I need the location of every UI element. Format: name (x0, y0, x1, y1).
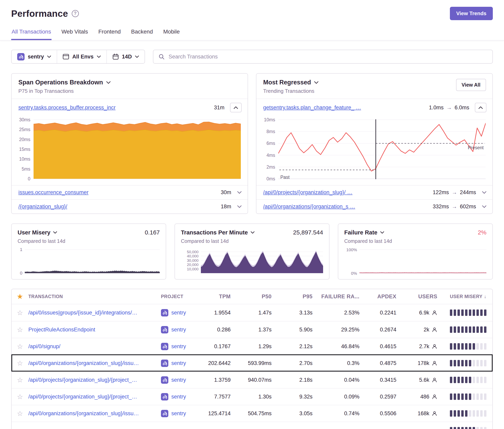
user-misery-cell (444, 326, 492, 333)
tab-frontend[interactable]: Frontend (98, 27, 121, 40)
most-regressed-title-dropdown[interactable]: Most Regressed (263, 79, 456, 86)
users-cell: 6.9k (404, 310, 444, 316)
column-header-users[interactable]: USERS (404, 294, 444, 300)
tab-all-transactions[interactable]: All Transactions (11, 27, 52, 40)
user-icon (432, 310, 437, 315)
view-trends-button[interactable]: View Trends (450, 7, 493, 20)
p95-cell: 2.70s (279, 360, 320, 366)
expand-button[interactable] (482, 205, 486, 208)
column-header-p50[interactable]: P50 (238, 294, 279, 300)
transaction-link[interactable]: getsentry.tasks.plan_change_feature_ … (263, 105, 429, 111)
transaction-link[interactable]: /api/0/projects/{organization_slug}/{pro… (28, 394, 161, 400)
starred-filter-icon[interactable]: ★ (17, 293, 23, 300)
failure-rate-title-dropdown[interactable]: Failure Rate (344, 229, 384, 236)
transaction-link[interactable]: /api/0/organizations/{organization_s … (263, 203, 433, 210)
expand-button[interactable] (482, 191, 486, 194)
user-misery-title-dropdown[interactable]: User Misery (18, 229, 57, 236)
tab-web-vitals[interactable]: Web Vitals (61, 27, 89, 40)
star-icon[interactable]: ☆ (17, 360, 23, 367)
star-icon[interactable]: ☆ (17, 309, 23, 316)
help-icon[interactable]: ? (72, 10, 79, 17)
chart-plot (201, 249, 323, 273)
span-operations-title-dropdown[interactable]: Span Operations Breakdown (18, 79, 241, 86)
project-link[interactable]: sentry (171, 327, 186, 333)
expand-button[interactable] (237, 191, 242, 194)
users-cell: 168k (404, 411, 444, 417)
tpm-cell: 125.4714 (204, 411, 238, 417)
p95-cell: 9.32s (279, 394, 320, 400)
user-misery-cell (444, 427, 492, 429)
project-link[interactable]: sentry (171, 343, 186, 350)
transaction-link[interactable]: /api/0/projects/{organization_slug}/ … (263, 189, 433, 196)
span-op-link[interactable]: issues.occurrence_consumer (18, 189, 221, 196)
apdex-cell: 0.3415 (367, 377, 404, 383)
tab-mobile[interactable]: Mobile (163, 27, 180, 40)
transaction-link[interactable]: /api/0/signup/ (28, 343, 161, 350)
column-header-tpm[interactable]: TPM (204, 294, 238, 300)
p95-cell: 3.13s (279, 310, 320, 316)
chevron-up-icon (478, 106, 483, 109)
date-range-selector[interactable]: 14D (107, 50, 145, 63)
column-header-apdex[interactable]: APDEX (367, 294, 404, 300)
tab-backend[interactable]: Backend (131, 27, 153, 40)
table-row: ☆ /api/0/organizations/{organization_slu… (12, 355, 492, 371)
failure-rate-cell: 2.53% (320, 310, 367, 316)
star-icon[interactable]: ☆ (17, 343, 23, 350)
span-op-link[interactable]: /{organization_slug}/ (18, 203, 221, 210)
column-header-transaction[interactable]: TRANSACTION (28, 294, 161, 299)
project-link[interactable]: sentry (171, 360, 186, 366)
user-misery-cell (444, 309, 492, 316)
transaction-link[interactable]: /api/0/organizations/{organization_slug}… (28, 411, 161, 417)
chevron-down-icon (97, 55, 101, 58)
column-header-project[interactable]: PROJECT (161, 294, 204, 299)
transaction-link[interactable]: ProjectRuleActionsEndpoint (28, 327, 161, 333)
collapse-button[interactable] (475, 103, 486, 112)
arrow-right-icon: → (452, 189, 457, 196)
span-op-link[interactable]: sentry.tasks.process_buffer.process_incr (18, 105, 214, 111)
transactions-table: ★ TRANSACTION PROJECT TPM P50 P95 FAILUR… (11, 289, 493, 429)
span-operations-header: Span Operations Breakdown P75 in Top Tra… (12, 74, 248, 99)
project-link[interactable]: sentry (171, 394, 186, 400)
mini-panels: User Misery 0.167 Compared to last 14d 1… (11, 223, 493, 280)
span-op-value: 30m (221, 189, 231, 196)
column-header-user-misery[interactable]: USER MISERY ↓ (444, 294, 492, 299)
project-link[interactable]: sentry (171, 411, 186, 417)
panel-title-label: Span Operations Breakdown (18, 79, 103, 86)
to-value: 602ms (460, 203, 476, 210)
project-link[interactable]: sentry (171, 377, 186, 383)
expand-button[interactable] (237, 205, 242, 208)
user-misery-cell (444, 394, 492, 400)
mini-title-label: User Misery (18, 229, 50, 236)
environment-selector[interactable]: All Envs (57, 50, 107, 63)
chart-plot (278, 119, 486, 179)
user-icon (432, 394, 437, 400)
span-op-value: 18m (221, 203, 231, 210)
user-misery-bars (450, 410, 486, 417)
search-input[interactable] (169, 54, 487, 60)
tpm-title-dropdown[interactable]: Transactions Per Minute (181, 229, 255, 236)
star-icon[interactable]: ☆ (17, 393, 23, 400)
transaction-link[interactable]: /api/0/organizations/{organization_slug}… (28, 360, 161, 366)
collapse-button[interactable] (230, 103, 242, 112)
chevron-down-icon (47, 55, 51, 58)
regressed-expanded-row: getsentry.tasks.plan_change_feature_ … 1… (256, 99, 492, 116)
failure-rate-cell: 46.84% (320, 343, 367, 350)
star-icon[interactable]: ☆ (17, 326, 23, 333)
users-cell: 5.6k (404, 377, 444, 383)
user-misery-cell (444, 360, 492, 366)
widget-panels: Span Operations Breakdown P75 in Top Tra… (11, 73, 493, 214)
user-misery-cell (444, 377, 492, 383)
column-header-p95[interactable]: P95 (279, 294, 320, 300)
project-selector[interactable]: sentry (12, 50, 57, 63)
star-icon[interactable]: ☆ (17, 376, 23, 383)
failure-rate-panel: Failure Rate 2% Compared to last 14d 100… (338, 223, 493, 280)
transaction-link[interactable]: /api/0/issues|groups/{issue_id}/integrat… (28, 310, 161, 316)
project-icon (161, 393, 168, 401)
project-link[interactable]: sentry (171, 310, 186, 316)
transaction-link[interactable]: /api/0/projects/{organization_slug}/{pro… (28, 377, 161, 383)
star-icon[interactable]: ☆ (17, 410, 23, 417)
span-operations-panel: Span Operations Breakdown P75 in Top Tra… (11, 73, 248, 214)
p50-cell: 1.30s (238, 394, 279, 400)
view-all-button[interactable]: View All (456, 79, 486, 91)
column-header-failure-rate[interactable]: FAILURE RA... (320, 294, 367, 300)
